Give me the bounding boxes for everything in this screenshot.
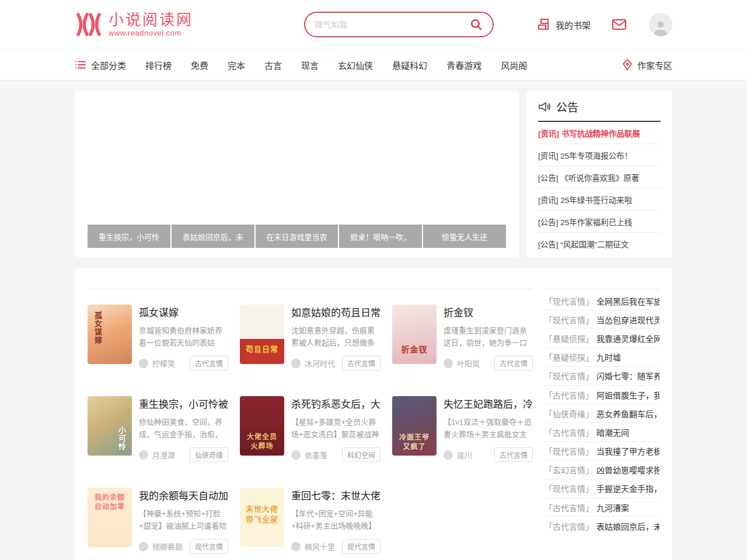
- book-card[interactable]: 冷面王爷 又疯了 失忆王妃跑路后，冷 【1v1双洁＋强取豪夺＋追妻火葬场＋男主疯…: [392, 396, 533, 462]
- side-list-item[interactable]: 「古代言情」 阿姐借腹生子，我成宠...: [544, 386, 659, 404]
- category-tag[interactable]: 仙侠奇缘: [190, 447, 228, 462]
- site-title: 小说阅读网: [109, 12, 193, 29]
- writer-zone-link[interactable]: 作家专区: [622, 59, 672, 71]
- book-cover[interactable]: 小可怜: [88, 396, 132, 456]
- announcement-item[interactable]: [资讯] 25年绿书签行动来啦: [538, 188, 661, 211]
- book-card[interactable]: 我的余额 自动加零 我的余额每天自动加 【神豪+系统+预知+打脸+甜宠】被油腻上…: [88, 488, 228, 554]
- book-title[interactable]: 我的余额每天自动加: [139, 488, 228, 502]
- announcement-item[interactable]: [公告] “风起国潮”二期征文: [538, 233, 661, 255]
- category-tag[interactable]: 古代言情: [494, 356, 533, 370]
- category-tag[interactable]: 现代言情: [342, 539, 381, 554]
- book-meta: 月澄潋 仙侠奇缘: [139, 447, 228, 462]
- carousel-tab-5[interactable]: 惊蛰无人生还: [423, 225, 506, 248]
- book-title[interactable]: 如意姑娘的苟且日常: [291, 304, 381, 319]
- book-title[interactable]: 折金钗: [444, 304, 533, 319]
- nav-youth-games[interactable]: 青春游戏: [446, 59, 481, 71]
- book-cover[interactable]: 末世大佬 带飞全家: [240, 488, 284, 547]
- book-info: 杀死钓系恶女后，大 【星际+多雄竞+全员火葬场+恶女洗白】絮蕊被战神 依墨笺 科…: [291, 396, 381, 462]
- book-cover[interactable]: 折金钗: [392, 304, 437, 364]
- category-tag[interactable]: 古代言情: [494, 447, 533, 462]
- side-list-item[interactable]: 「现代言情」 闪婚七零：随军养崽暴...: [544, 367, 659, 386]
- side-list-item[interactable]: 「悬疑侦探」 我靠通灵爆红全网: [544, 329, 659, 348]
- book-info: 孤女谋嫁 京城皆知勇伯府林家娇养着一位貌若天仙的表姑娘，直 柠檬笑 古代言情: [139, 304, 228, 370]
- side-item-title: 表姑娘回京后，未婚夫...: [596, 520, 659, 532]
- book-cover[interactable]: 我的余额 自动加零: [88, 488, 132, 547]
- book-meta: 倾卿慕颜 现代言情: [139, 539, 228, 554]
- book-cover[interactable]: 冷面王爷 又疯了: [392, 396, 437, 456]
- book-cover[interactable]: 苟且日常: [240, 304, 284, 364]
- nav-fashion[interactable]: 风尚阁: [501, 59, 527, 71]
- side-list-item[interactable]: 「现代言情」 全网黑后我在军旅综艺...: [544, 292, 659, 310]
- books-grid: 孤女谋嫁 孤女谋嫁 京城皆知勇伯府林家娇养着一位貌若天仙的表姑娘，直 柠檬笑 古…: [88, 289, 533, 554]
- nav-ancient-romance[interactable]: 古言: [264, 59, 282, 71]
- megaphone-icon: [538, 101, 551, 113]
- author-name[interactable]: 柠檬笑: [152, 358, 190, 369]
- author-name[interactable]: 月澄潋: [152, 449, 190, 460]
- nav-ranking[interactable]: 排行榜: [145, 59, 172, 71]
- author-name[interactable]: 倾卿慕颜: [152, 541, 190, 552]
- book-title[interactable]: 重生换宗，小可怜被: [139, 396, 228, 411]
- side-item-category: 「现代言情」: [544, 295, 594, 307]
- my-bookshelf-button[interactable]: 我的书架: [537, 18, 591, 31]
- book-description: 沈如意意外穿越，伤痕累累被人救起后，只想做条咸鱼: [291, 324, 381, 349]
- nav-modern-romance[interactable]: 现言: [301, 59, 319, 71]
- bookshelf-icon: [537, 18, 551, 31]
- side-list-item[interactable]: 「古代言情」 暗潮无间: [544, 423, 659, 442]
- carousel-tab-1[interactable]: 重生换宗，小可怜: [88, 225, 170, 248]
- book-card[interactable]: 孤女谋嫁 孤女谋嫁 京城皆知勇伯府林家娇养着一位貌若天仙的表姑娘，直 柠檬笑 古…: [88, 304, 228, 370]
- announcement-item[interactable]: [公告] 25年作家福利已上线: [538, 211, 661, 233]
- side-list-item[interactable]: 「古代言情」 九河漕案: [544, 498, 659, 517]
- carousel-slide[interactable]: [75, 91, 519, 222]
- announcement-item[interactable]: [资讯] 25年专项海报公布！: [538, 144, 661, 166]
- nav-suspense-scifi[interactable]: 悬疑科幻: [392, 59, 427, 71]
- side-item-title: 九时墟: [596, 351, 621, 363]
- side-list-item[interactable]: 「现代言情」 当怂包穿进现代灵异文中: [544, 310, 659, 329]
- category-tag[interactable]: 现代言情: [190, 539, 228, 554]
- search-input[interactable]: [315, 20, 469, 29]
- user-avatar[interactable]: [649, 13, 672, 36]
- side-list-item[interactable]: 「现代言情」 手握逆天金手指，断亲...: [544, 480, 659, 498]
- nav-fantasy-xianxia[interactable]: 玄幻仙侠: [338, 59, 373, 71]
- messages-button[interactable]: [612, 18, 627, 31]
- author-avatar: [139, 359, 148, 368]
- side-list-item[interactable]: 「仙侠奇缘」 恶女养鱼翻车后，大佬...: [544, 404, 659, 423]
- book-card[interactable]: 大佬全员 火葬场 杀死钓系恶女后，大 【星际+多雄竞+全员火葬场+恶女洗白】絮蕊…: [240, 396, 381, 462]
- side-list-item[interactable]: 「悬疑侦探」 九时墟: [544, 348, 659, 367]
- book-card[interactable]: 小可怜 重生换宗，小可怜被 修仙种田美食，空间，养成，气运金手指，治愈，团 月澄…: [88, 396, 228, 462]
- author-name[interactable]: 依墨笺: [305, 449, 342, 460]
- carousel-tab-4[interactable]: 掀桌！唢呐一吹，: [339, 225, 422, 248]
- author-name[interactable]: 楠风十里: [305, 541, 342, 552]
- announcement-item[interactable]: [资讯] 书写抗战精神作品联展: [538, 122, 661, 144]
- category-tag[interactable]: 科幻空间: [342, 447, 381, 462]
- side-item-title: 恶女养鱼翻车后，大佬...: [596, 408, 659, 419]
- site-logo[interactable]: 小说阅读网 www.readnovel.com: [75, 12, 193, 37]
- author-name[interactable]: 崖川: [457, 449, 494, 460]
- book-title[interactable]: 杀死钓系恶女后，大: [291, 396, 381, 411]
- book-cover[interactable]: 孤女谋嫁: [88, 304, 132, 364]
- carousel-tab-3[interactable]: 在末日游戏里当农: [256, 225, 338, 248]
- book-card[interactable]: 末世大佬 带飞全家 重回七零：末世大佬 【年代+团宠+空间+异能+科研+男主出场…: [240, 488, 381, 554]
- category-tag[interactable]: 古代言情: [190, 356, 228, 370]
- author-name[interactable]: 冰河时代: [305, 358, 342, 369]
- announcement-item[interactable]: [公告] 《听说你喜欢我》原著: [538, 166, 661, 188]
- book-title[interactable]: 重回七零：末世大佬: [291, 488, 381, 502]
- search-button[interactable]: [469, 18, 483, 32]
- carousel-tab-2[interactable]: 表姑娘回京后，未: [172, 225, 254, 248]
- side-list-item[interactable]: 「古代言情」 表姑娘回京后，未婚夫...: [544, 517, 659, 536]
- category-tag[interactable]: 古代言情: [342, 356, 381, 370]
- main-nav: 全部分类 排行榜 免费 完本 古言 现言 玄幻仙侠 悬疑科幻 青春游戏 风尚阁 …: [0, 49, 747, 80]
- author-name[interactable]: 叶阳岚: [457, 358, 494, 369]
- nav-completed[interactable]: 完本: [228, 59, 245, 71]
- book-meta: 冰河时代 古代言情: [291, 356, 381, 370]
- book-title[interactable]: 孤女谋嫁: [139, 304, 228, 319]
- book-card[interactable]: 折金钗 折金钗 虞瑾重生到凌家登门退亲这日，前世，她为争一口气， 叶阳岚 古代言…: [392, 304, 533, 370]
- nav-free[interactable]: 免费: [191, 59, 208, 71]
- nav-all-categories[interactable]: 全部分类: [75, 59, 126, 71]
- book-cover[interactable]: 大佬全员 火葬场: [240, 396, 284, 456]
- book-info: 如意姑娘的苟且日常 沈如意意外穿越，伤痕累累被人救起后，只想做条咸鱼 冰河时代 …: [291, 304, 381, 370]
- side-list-item[interactable]: 「现代言情」 当我撞了甲方老板的车: [544, 442, 659, 461]
- book-card[interactable]: 苟且日常 如意姑娘的苟且日常 沈如意意外穿越，伤痕累累被人救起后，只想做条咸鱼 …: [240, 304, 381, 370]
- side-list-item[interactable]: 「玄幻言情」 凶兽幼崽嘤嘤求抱，驯...: [544, 461, 659, 480]
- book-title[interactable]: 失忆王妃跑路后，冷: [444, 396, 533, 411]
- author-avatar: [444, 450, 453, 460]
